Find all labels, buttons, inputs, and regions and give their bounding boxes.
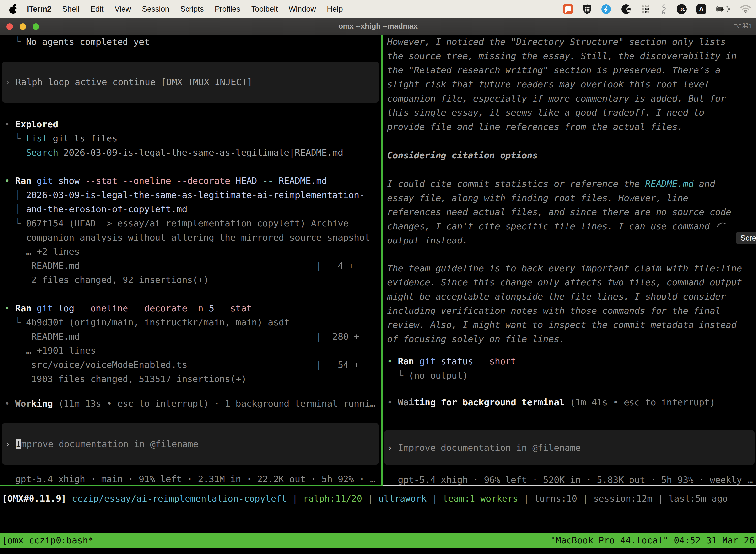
prompt-input-right[interactable]: › Improve documentation in @filename (384, 430, 755, 465)
battery-percent-badge-icon[interactable]: ..61 (677, 4, 687, 14)
thinking-line: including verification notes with those … (387, 303, 756, 318)
window-shortcut-badge: ⌥⌘1 (734, 18, 753, 35)
model-status-line-left: gpt-5.4 xhigh · main · 91% left · 2.31M … (4, 472, 381, 485)
terminal-line: README.md | 4 + (4, 259, 381, 273)
window-title: omx --xhigh --madmax (0, 18, 756, 35)
terminal-line: • Ran git status --short (387, 354, 756, 368)
shield-grid-icon[interactable] (583, 4, 591, 14)
tmux-host-clock: "MacBook-Pro-44.local" 04:52 31-Mar-26 (550, 533, 755, 548)
omx-status-line: [OMX#0.11.9] cczip/essay/ai-reimplementa… (0, 486, 756, 513)
screen-tooltip[interactable]: Scre (736, 232, 756, 244)
right-terminal-pane: However, I noticed the "Directory Struct… (383, 35, 756, 485)
prompt-input-right-text: › Improve documentation in @filename (387, 441, 581, 455)
waiting-status-line: • Waiting for background terminal (1m 41… (387, 395, 756, 409)
thinking-line: the "Related research writing" section i… (387, 63, 756, 77)
menu-item-edit[interactable]: Edit (90, 5, 104, 14)
blue-bolt-badge-icon[interactable] (601, 4, 611, 14)
menu-item-help[interactable]: Help (327, 5, 343, 14)
working-status-line: • Working (11m 13s • esc to interrupt) ·… (4, 396, 381, 410)
menu-item-toolbelt[interactable]: Toolbelt (251, 5, 278, 14)
thinking-line: However, I noticed the "Directory Struct… (387, 35, 756, 49)
menu-item-view[interactable]: View (115, 5, 131, 14)
menu-item-scripts[interactable]: Scripts (180, 5, 204, 14)
thinking-line: changes, I can't cite specific file line… (387, 219, 756, 233)
prompt-input-left-text: › Improve documentation in @filename (5, 437, 198, 451)
terminal-line: └ No agents completed yet (4, 35, 381, 49)
terminal-line: │ and-the-erosion-of-copyleft.md (4, 202, 381, 216)
menu-status-icons: ..61 A (563, 4, 756, 14)
window-title-bar: omx --xhigh --madmax ⌥⌘1 (0, 18, 756, 35)
thread-squiggle-icon[interactable] (660, 4, 667, 14)
terminal-line: … +1901 lines (4, 343, 381, 358)
terminal-line: Search 2026-03-09-is-legal-the-same-as-l… (4, 146, 381, 160)
terminal-line: • Ran git log --oneline --decorate -n 5 … (4, 301, 381, 315)
thinking-line: companion file, especially if more comme… (387, 91, 756, 106)
tmux-session-label: [omx-cczip0:bash* (2, 533, 93, 548)
dark-crescent-icon[interactable] (621, 4, 631, 14)
ralph-loop-status-box[interactable]: › Ralph loop active continue [OMX_TMUX_I… (2, 62, 379, 103)
thinking-line: essay file, along with finding root file… (387, 191, 756, 205)
thinking-line: the source tree, missing the essay. Stil… (387, 49, 756, 63)
thinking-line: this single essay, it seems like a good … (387, 106, 756, 120)
terminal-line: └ 067f154 (HEAD -> essay/ai-reimplementa… (4, 216, 381, 230)
terminal-line: • Explored (4, 117, 381, 131)
terminal-line: companion analysis without altering the … (4, 230, 381, 244)
menu-item-shell[interactable]: Shell (62, 5, 79, 14)
cursor-arc-mark (717, 222, 726, 228)
menu-item-profiles[interactable]: Profiles (214, 5, 240, 14)
tmux-status-bar: [omx-cczip0:bash* "MacBook-Pro-44.local"… (0, 533, 756, 548)
thinking-line: evidence. Since this change only affects… (387, 275, 756, 289)
dots-grid-icon[interactable] (641, 4, 650, 14)
thinking-line: of focusing solely on file lines. (387, 332, 756, 346)
model-status-line-right: gpt-5.4 xhigh · 96% left · 520K in · 5.8… (387, 473, 756, 485)
menu-items: iTerm2 Shell Edit View Session Scripts P… (27, 5, 354, 14)
apple-logo-body (9, 7, 17, 14)
terminal-line: • Ran git show --stat --oneline --decora… (4, 174, 381, 188)
a-app-badge-icon[interactable]: A (696, 4, 706, 14)
menu-item-window[interactable]: Window (289, 5, 316, 14)
thinking-line: review. Also, I might want to inspect th… (387, 318, 756, 332)
terminal-line: src/voice/voiceModeEnabled.ts | 54 + (4, 358, 381, 372)
terminal-line: │ 2026-03-09-is-legal-the-same-as-legiti… (4, 188, 381, 202)
terminal-line: README.md | 280 + (4, 329, 381, 343)
thinking-heading: Considering citation options (387, 148, 756, 162)
terminal-line: └ (no output) (387, 368, 756, 383)
terminal-line: └ List git ls-files (4, 131, 381, 146)
terminal-line: └ 4b9d30f (origin/main, instructkr/main,… (4, 315, 381, 329)
ralph-loop-status-line: › Ralph loop active continue [OMX_TMUX_I… (5, 75, 252, 89)
thinking-line: I could cite commit statistics or refere… (387, 177, 756, 191)
left-terminal-pane: └ No agents completed yet › Ralph loop a… (0, 35, 381, 485)
battery-icon[interactable] (716, 6, 730, 13)
menu-item-iterm2[interactable]: iTerm2 (27, 5, 51, 14)
thinking-line: The team guideline is to back every impo… (387, 261, 756, 275)
macos-menu-bar: iTerm2 Shell Edit View Session Scripts P… (0, 0, 756, 18)
thinking-line: slight risk that future readers may over… (387, 77, 756, 91)
prompt-input-left[interactable]: › Improve documentation in @filename (2, 423, 379, 465)
messages-icon[interactable] (563, 4, 573, 14)
thinking-line: might be acceptable alongside the file l… (387, 289, 756, 303)
thinking-line: provide file and line references from th… (387, 120, 756, 134)
thinking-line: references need actual files, and since … (387, 205, 756, 219)
thinking-line: output instead. (387, 233, 756, 247)
terminal-content: └ No agents completed yet › Ralph loop a… (0, 35, 756, 485)
menu-item-session[interactable]: Session (142, 5, 169, 14)
wifi-icon[interactable] (740, 5, 751, 13)
terminal-line: 2 files changed, 92 insertions(+) (4, 273, 381, 287)
terminal-line: 1903 files changed, 513517 insertions(+) (4, 372, 381, 386)
terminal-line: … +2 lines (4, 244, 381, 259)
apple-menu-icon[interactable] (9, 4, 17, 15)
